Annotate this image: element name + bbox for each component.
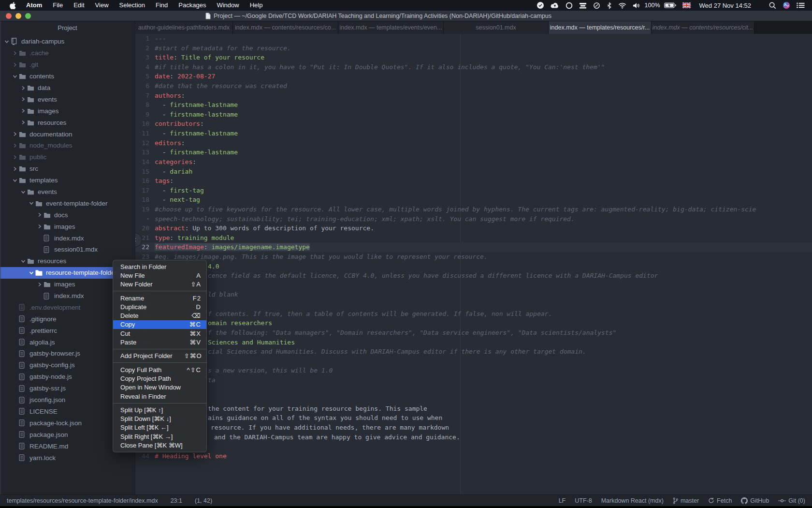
tree-item-public[interactable]: public [0, 151, 135, 163]
chevron-down-icon[interactable] [28, 201, 35, 206]
zoom-window-button[interactable] [25, 13, 31, 19]
bluetooth-icon[interactable] [605, 2, 613, 9]
status-git-branch[interactable]: master [673, 497, 699, 504]
status-cursor-position[interactable]: 23:1 [171, 497, 182, 504]
tree-item-index-mdx[interactable]: index.mdx [0, 232, 135, 244]
chevron-down-icon[interactable] [19, 259, 27, 264]
menu-selection[interactable]: Selection [114, 0, 150, 11]
menu-atom[interactable]: Atom [21, 0, 47, 11]
chevron-right-icon[interactable] [11, 155, 19, 160]
tree-item-dariah-campus[interactable]: dariah-campus [0, 36, 135, 47]
tab-index-mdx-templates-events-even[interactable]: index.mdx — templates/events/even... [338, 21, 444, 34]
chevron-right-icon[interactable] [19, 108, 27, 113]
menu-find[interactable]: Find [150, 0, 173, 11]
chevron-right-icon[interactable] [19, 86, 27, 90]
menu-help[interactable]: Help [245, 0, 268, 11]
menu-item-delete[interactable]: Delete⌫ [113, 311, 206, 320]
tab-index-mdx-contents-resources-co[interactable]: index.mdx — contents/resources/co... [233, 21, 338, 34]
close-window-button[interactable] [6, 13, 12, 19]
tree-item-session01-mdx[interactable]: session01.mdx [0, 244, 135, 255]
keyboard-flag-icon[interactable] [681, 2, 692, 8]
menu-item-split-up-k[interactable]: Split Up [⌘K ↑] [113, 405, 206, 414]
tree-item-cache[interactable]: .cache [0, 47, 135, 59]
volume-icon[interactable] [631, 2, 641, 9]
status-fetch-button[interactable]: Fetch [708, 497, 732, 504]
menu-file[interactable]: File [47, 0, 68, 11]
menu-item-close-pane-k-w[interactable]: Close Pane [⌘K ⌘W] [113, 441, 206, 449]
control-center-list-icon[interactable] [795, 2, 806, 8]
chevron-right-icon[interactable] [11, 166, 19, 171]
tree-item-data[interactable]: data [0, 82, 135, 94]
status-selection-count[interactable]: (1, 42) [195, 497, 212, 504]
tree-item-docs[interactable]: docs [0, 209, 135, 221]
menu-item-split-right-k[interactable]: Split Right [⌘K →] [113, 432, 206, 441]
chevron-down-icon[interactable] [3, 39, 11, 44]
tree-item-event-template-folder[interactable]: event-template-folder [0, 197, 135, 209]
menu-item-copy-project-path[interactable]: Copy Project Path [113, 374, 206, 383]
menu-item-add-project-folder[interactable]: Add Project Folder⇧⌘O [113, 352, 206, 360]
menu-edit[interactable]: Edit [68, 0, 89, 11]
editor-pane[interactable]: 1---2#start of metadata for the resource… [135, 34, 812, 494]
status-line-ending[interactable]: LF [559, 497, 566, 504]
tree-item-git[interactable]: .git [0, 59, 135, 71]
minimize-window-button[interactable] [15, 13, 21, 19]
status-github-button[interactable]: GitHub [741, 497, 769, 504]
chevron-right-icon[interactable] [36, 212, 44, 217]
wifi-icon[interactable] [617, 2, 628, 9]
menu-item-new-file[interactable]: New FileA [113, 271, 206, 280]
tree-item-images[interactable]: images [0, 105, 135, 117]
tree-item-images[interactable]: images [0, 221, 135, 232]
spotlight-search-icon[interactable] [768, 2, 778, 9]
menu-bar-clock[interactable]: Wed 27 Nov 14:52 [696, 2, 754, 9]
chevron-right-icon[interactable] [11, 143, 19, 148]
menu-item-paste[interactable]: Paste⌘V [113, 338, 206, 346]
creative-cloud-icon[interactable] [564, 2, 574, 9]
tree-item-node-modules[interactable]: node_modules [0, 140, 135, 151]
stacked-windows-icon[interactable] [578, 2, 588, 9]
menu-item-new-folder[interactable]: New Folder⇧A [113, 280, 206, 289]
chevron-right-icon[interactable] [11, 51, 19, 56]
menu-view[interactable]: View [90, 0, 114, 11]
menu-packages[interactable]: Packages [173, 0, 211, 11]
status-git-changes[interactable]: Git (0) [778, 497, 805, 504]
menu-item-open-in-new-window[interactable]: Open in New Window [113, 383, 206, 392]
tree-item-contents[interactable]: contents [0, 71, 135, 82]
chevron-right-icon[interactable] [36, 282, 44, 287]
menu-item-search-in-folder[interactable]: Search in Folder [113, 262, 206, 271]
menu-item-reveal-in-finder[interactable]: Reveal in Finder [113, 392, 206, 401]
menu-item-split-left-k[interactable]: Split Left [⌘K ←] [113, 423, 206, 432]
tab-index-mdx-templates-resources-r[interactable]: index.mdx — templates/resources/r... [549, 21, 652, 34]
chevron-right-icon[interactable] [11, 62, 19, 67]
menu-item-split-down-k[interactable]: Split Down [⌘K ↓] [113, 414, 206, 423]
tree-item-events[interactable]: events [0, 186, 135, 198]
tree-item-templates[interactable]: templates [0, 175, 135, 186]
tab-index-mdx-contents-resources-cit[interactable]: index.mdx — contents/resources/cit... [652, 21, 754, 34]
tree-item-events[interactable]: events [0, 93, 135, 105]
tab-session01-mdx[interactable]: session01.mdx [444, 21, 549, 34]
chevron-down-icon[interactable] [28, 270, 35, 275]
menu-window[interactable]: Window [211, 0, 244, 11]
chevron-down-icon[interactable] [11, 74, 19, 79]
status-file-path[interactable]: templates/resources/resource-template-fo… [7, 497, 158, 504]
menu-item-copy-full-path[interactable]: Copy Full Path^⇧C [113, 365, 206, 374]
todo-check-icon[interactable] [535, 1, 546, 9]
tab-author-guidelines-pathfinders-mdx[interactable]: author-guidelines-pathfinders.mdx [135, 21, 233, 34]
chevron-right-icon[interactable] [19, 97, 27, 102]
siri-icon[interactable] [781, 1, 792, 9]
chevron-right-icon[interactable] [36, 224, 44, 229]
chevron-right-icon[interactable] [19, 120, 27, 125]
tree-item-resources[interactable]: resources [0, 117, 135, 128]
status-grammar[interactable]: Markdown React (mdx) [601, 497, 664, 504]
chevron-down-icon[interactable] [19, 190, 27, 194]
chevron-down-icon[interactable] [11, 178, 19, 183]
battery-charging-icon[interactable] [663, 2, 678, 8]
menu-item-copy[interactable]: Copy⌘C [113, 320, 206, 329]
tree-item-yarn-lock[interactable]: yarn.lock [0, 452, 135, 463]
tree-item-documentation[interactable]: documentation [0, 128, 135, 140]
cloud-upload-icon[interactable] [549, 2, 561, 9]
tree-item-src[interactable]: src [0, 163, 135, 175]
menu-item-cut[interactable]: Cut⌘X [113, 329, 206, 338]
apple-menu-icon[interactable] [5, 2, 21, 9]
menu-item-rename[interactable]: RenameF2 [113, 294, 206, 302]
circle-app-icon[interactable] [592, 2, 602, 9]
